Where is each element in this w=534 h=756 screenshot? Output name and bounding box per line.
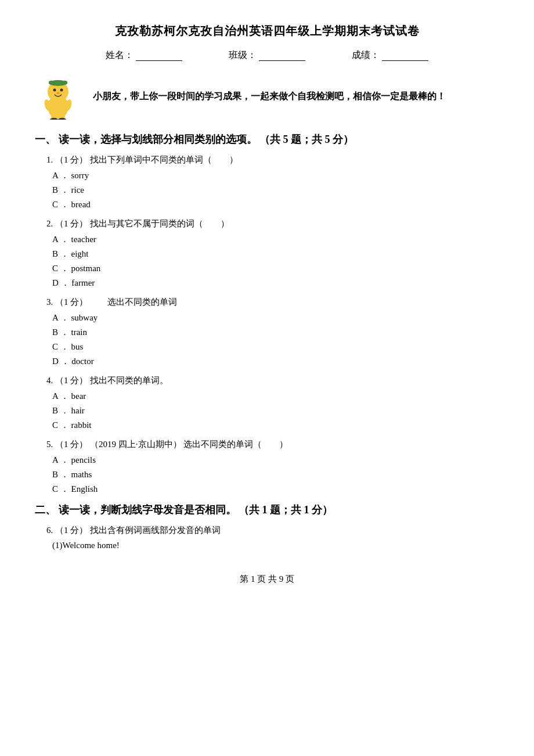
option-text: bear (71, 391, 86, 401)
option-text: rabbit (71, 420, 92, 430)
section-header-section2: 二、 读一读，判断划线字母发音是否相同。 （共 1 题；共 1 分） (35, 503, 499, 517)
question-number: 4. (46, 376, 53, 385)
question-stem-q4: 4. （1 分） 找出不同类的单词。 (46, 375, 499, 386)
option-q2-d[interactable]: D ． farmer (46, 278, 499, 289)
option-label: C ． (52, 342, 69, 351)
page-footer: 第 1 页 共 9 页 (35, 574, 499, 585)
question-text: 找出下列单词中不同类的单词（ ） (90, 155, 238, 164)
option-text: maths (71, 470, 92, 479)
question-score: （1 分） (55, 376, 88, 385)
question-text: 找出不同类的单词。 (90, 376, 168, 385)
option-text: hair (71, 406, 85, 415)
section-title: 读一读，判断划线字母发音是否相同。 (59, 504, 236, 516)
option-label: A ． (52, 171, 69, 180)
option-label: C ． (52, 264, 69, 273)
option-q3-a[interactable]: A ． subway (46, 312, 499, 323)
section-section1: 一、 读一读，选择与划线部分相同类别的选项。 （共 5 题；共 5 分）1. （… (35, 132, 499, 495)
option-text: eight (71, 249, 89, 258)
option-label: B ． (52, 470, 69, 479)
option-q2-b[interactable]: B ． eight (46, 249, 499, 260)
question-number: 6. (46, 525, 53, 535)
option-text: bread (71, 200, 91, 209)
option-q4-b[interactable]: B ． hair (46, 405, 499, 416)
question-stem-q1: 1. （1 分） 找出下列单词中不同类的单词（ ） (46, 154, 499, 165)
option-label: A ． (52, 391, 69, 401)
question-q4: 4. （1 分） 找出不同类的单词。A ． bearB ． hairC ． ra… (35, 375, 499, 431)
question-q3: 3. （1 分） 选出不同类的单词A ． subwayB ． trainC ． … (35, 297, 499, 367)
option-text: bus (71, 342, 84, 351)
mascot-image (35, 73, 81, 120)
question-q6: 6. （1 分） 找出含有例词画线部分发音的单词(1)Welcome home! (35, 525, 499, 550)
mascot-row: 小朋友，带上你一段时间的学习成果，一起来做个自我检测吧，相信你一定是最棒的！ (35, 73, 499, 120)
question-number: 5. (46, 440, 53, 449)
question-text: 选出不同类的单词（ ） (183, 440, 288, 449)
option-text: pencils (71, 455, 96, 465)
option-text: English (71, 484, 98, 494)
question-text: 选出不同类的单词 (90, 297, 177, 307)
option-q5-a[interactable]: A ． pencils (46, 455, 499, 466)
option-q4-a[interactable]: A ． bear (46, 391, 499, 402)
section-section2: 二、 读一读，判断划线字母发音是否相同。 （共 1 题；共 1 分）6. （1 … (35, 503, 499, 550)
mascot-text: 小朋友，带上你一段时间的学习成果，一起来做个自我检测吧，相信你一定是最棒的！ (93, 91, 446, 103)
question-score: （1 分） (55, 219, 88, 228)
score-label: 成绩： (352, 49, 428, 62)
option-q1-a[interactable]: A ． sorry (46, 170, 499, 181)
option-label: A ． (52, 313, 69, 322)
option-label: B ． (52, 406, 69, 415)
option-text: train (71, 327, 88, 337)
score-field (382, 51, 428, 61)
section-meta: （共 5 题；共 5 分） (259, 134, 353, 145)
option-q5-b[interactable]: B ． maths (46, 469, 499, 480)
option-text: subway (71, 313, 98, 322)
question-number: 1. (46, 155, 53, 164)
option-text: doctor (71, 357, 93, 366)
option-q1-c[interactable]: C ． bread (46, 199, 499, 210)
question-score: （1 分） (55, 440, 88, 449)
question-score: （1 分） (55, 525, 88, 535)
question-score: （1 分） (55, 155, 88, 164)
question-context: （2019 四上·京山期中） (90, 440, 182, 449)
question-stem-q6: 6. （1 分） 找出含有例词画线部分发音的单词 (46, 525, 499, 536)
question-text: 找出与其它不属于同类的词（ ） (90, 219, 229, 228)
option-text: sorry (71, 171, 89, 180)
section-number: 二、 (35, 504, 56, 516)
section-meta: （共 1 题；共 1 分） (239, 504, 333, 516)
option-q2-a[interactable]: A ． teacher (46, 234, 499, 245)
option-label: D ． (52, 357, 70, 366)
option-text: farmer (71, 278, 95, 287)
option-label: A ． (52, 235, 69, 244)
question-number: 2. (46, 219, 53, 228)
class-label: 班级： (229, 49, 305, 62)
option-q3-d[interactable]: D ． doctor (46, 356, 499, 367)
class-field (259, 51, 305, 61)
option-q1-b[interactable]: B ． rice (46, 185, 499, 196)
option-q3-b[interactable]: B ． train (46, 327, 499, 338)
svg-point-2 (53, 89, 56, 92)
option-text: postman (71, 264, 101, 273)
svg-point-3 (60, 89, 63, 92)
sections-container: 一、 读一读，选择与划线部分相同类别的选项。 （共 5 题；共 5 分）1. （… (35, 132, 499, 550)
header-info: 姓名： 班级： 成绩： (35, 49, 499, 62)
option-label: A ． (52, 455, 69, 465)
question-stem-q3: 3. （1 分） 选出不同类的单词 (46, 297, 499, 308)
section-title: 读一读，选择与划线部分相同类别的选项。 (59, 134, 257, 145)
option-q4-c[interactable]: C ． rabbit (46, 420, 499, 431)
question-q1: 1. （1 分） 找出下列单词中不同类的单词（ ）A ． sorryB ． ri… (35, 154, 499, 210)
question-q2: 2. （1 分） 找出与其它不属于同类的词（ ）A ． teacherB ． e… (35, 218, 499, 289)
question-number: 3. (46, 297, 53, 307)
option-q2-c[interactable]: C ． postman (46, 263, 499, 274)
option-q3-c[interactable]: C ． bus (46, 341, 499, 352)
option-label: C ． (52, 484, 69, 494)
question-stem-q5: 5. （1 分） （2019 四上·京山期中） 选出不同类的单词（ ） (46, 439, 499, 450)
option-label: B ． (52, 327, 69, 337)
option-label: D ． (52, 278, 70, 287)
option-q5-c[interactable]: C ． English (46, 484, 499, 495)
option-label: C ． (52, 420, 69, 430)
question-stem-q2: 2. （1 分） 找出与其它不属于同类的词（ ） (46, 218, 499, 229)
question-score: （1 分） (55, 297, 88, 307)
option-label: B ． (52, 249, 69, 258)
section-number: 一、 (35, 134, 56, 145)
page-title: 克孜勒苏柯尔克孜自治州英语四年级上学期期末考试试卷 (35, 23, 499, 39)
svg-rect-6 (49, 81, 67, 84)
option-text: teacher (71, 235, 96, 244)
